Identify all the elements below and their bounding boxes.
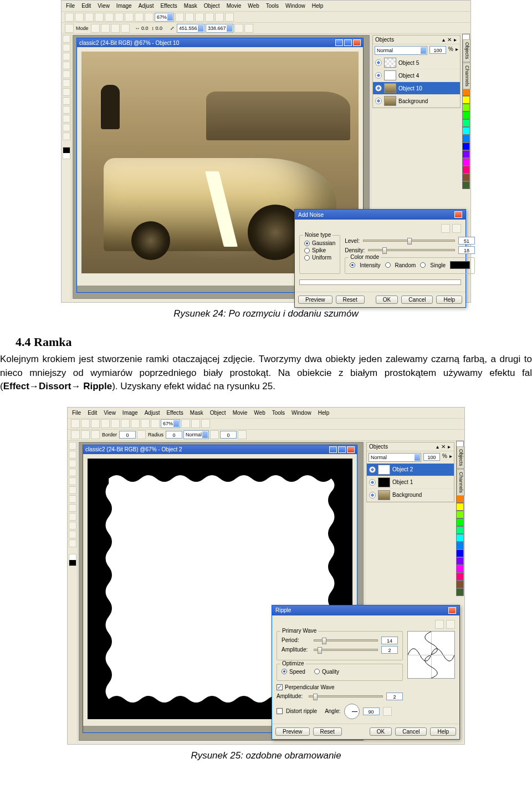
tb-pick-icon[interactable] bbox=[65, 24, 74, 33]
amplitude-slider[interactable] bbox=[314, 649, 378, 651]
tb-copy-icon[interactable] bbox=[121, 419, 130, 428]
menu-file[interactable]: File bbox=[72, 410, 81, 416]
layer-row[interactable]: Object 2 bbox=[367, 464, 454, 476]
opacity-field[interactable]: 100 bbox=[423, 453, 440, 461]
menu-file[interactable]: File bbox=[66, 3, 75, 9]
level-slider[interactable] bbox=[363, 240, 455, 242]
swatch[interactable] bbox=[456, 495, 464, 503]
level-field[interactable]: 51 bbox=[458, 237, 475, 245]
dialog-close-icon[interactable] bbox=[448, 607, 456, 614]
tb-misc2-icon[interactable] bbox=[185, 13, 194, 22]
window-max-icon[interactable] bbox=[338, 446, 346, 453]
tool-eyedrop-icon[interactable] bbox=[63, 70, 70, 78]
tool-crop-icon[interactable] bbox=[63, 53, 70, 60]
size-h[interactable]: 338.667 bbox=[206, 24, 233, 33]
tool-pick-icon[interactable] bbox=[69, 442, 76, 450]
visibility-icon[interactable] bbox=[375, 85, 382, 91]
tb-rounded-icon[interactable] bbox=[137, 430, 146, 439]
swatch[interactable] bbox=[462, 158, 470, 166]
reset-button[interactable]: Reset bbox=[336, 296, 365, 304]
distort-ripple-checkbox[interactable] bbox=[277, 708, 283, 714]
blend-combo[interactable]: Normal bbox=[369, 453, 421, 462]
tb-print-icon[interactable] bbox=[101, 419, 110, 428]
swatch[interactable] bbox=[462, 104, 470, 111]
menu-object[interactable]: Object bbox=[204, 3, 220, 9]
period-slider[interactable] bbox=[314, 639, 378, 642]
panel-close-icon[interactable]: ✕ bbox=[446, 37, 453, 43]
radio-intensity[interactable] bbox=[350, 262, 355, 268]
radio-uniform[interactable] bbox=[304, 255, 310, 261]
swatch[interactable] bbox=[462, 142, 470, 150]
tool-pick-icon[interactable] bbox=[63, 35, 70, 43]
window-min-icon[interactable] bbox=[329, 446, 337, 453]
tb-cut-icon[interactable] bbox=[105, 13, 114, 22]
swatch[interactable] bbox=[462, 166, 470, 174]
tb-extra2-icon[interactable] bbox=[238, 430, 247, 439]
radio-quality[interactable] bbox=[314, 669, 320, 674]
tb-lock-icon[interactable] bbox=[234, 24, 243, 33]
radio-spike[interactable] bbox=[304, 248, 310, 253]
tool-fx-icon[interactable] bbox=[69, 522, 76, 530]
mode-combo[interactable]: Normal bbox=[183, 430, 209, 439]
menu-edit[interactable]: Edit bbox=[88, 410, 97, 416]
menu-view[interactable]: View bbox=[104, 410, 116, 416]
tool-clone-icon[interactable] bbox=[69, 531, 76, 538]
tool-brush-icon[interactable] bbox=[69, 513, 76, 521]
window-close-icon[interactable] bbox=[347, 446, 355, 453]
tool-fgbg-icon[interactable] bbox=[63, 147, 70, 159]
window-max-icon[interactable] bbox=[344, 39, 352, 46]
swatch[interactable] bbox=[462, 88, 470, 96]
tb-open-icon[interactable] bbox=[81, 419, 90, 428]
menu-window[interactable]: Window bbox=[285, 3, 305, 9]
swatch[interactable] bbox=[462, 119, 470, 127]
visibility-icon[interactable] bbox=[369, 492, 376, 498]
tool-zoom-icon[interactable] bbox=[69, 469, 76, 476]
visibility-icon[interactable] bbox=[369, 479, 376, 486]
zoom-combo[interactable]: 67% bbox=[155, 13, 174, 22]
amplitude-field[interactable]: 2 bbox=[381, 646, 398, 654]
layer-row[interactable]: Background bbox=[373, 95, 460, 108]
swatch[interactable] bbox=[462, 174, 470, 181]
menu-effects[interactable]: Effects bbox=[166, 410, 183, 416]
menu-edit[interactable]: Edit bbox=[81, 3, 91, 9]
tb-misc5-icon[interactable] bbox=[215, 13, 224, 22]
radio-random[interactable] bbox=[385, 262, 391, 268]
menu-movie[interactable]: Movie bbox=[233, 410, 248, 416]
angle-dial[interactable] bbox=[344, 704, 360, 719]
reset-button[interactable]: Reset bbox=[313, 727, 342, 736]
menu-mask[interactable]: Mask bbox=[184, 3, 197, 9]
tb-undo-icon[interactable] bbox=[141, 419, 150, 428]
tb-save-icon[interactable] bbox=[91, 419, 100, 428]
layer-row[interactable]: Object 1 bbox=[367, 476, 454, 489]
opacity-menu-icon[interactable]: ▸ bbox=[449, 453, 452, 462]
menu-effects[interactable]: Effects bbox=[160, 3, 177, 9]
docker-tab-channels[interactable]: Channels bbox=[463, 63, 470, 89]
opacity-field[interactable]: 100 bbox=[429, 46, 446, 54]
menu-object[interactable]: Object bbox=[210, 410, 226, 416]
menu-adjust[interactable]: Adjust bbox=[145, 410, 160, 416]
dlg-singleview-icon[interactable] bbox=[441, 224, 450, 233]
menu-view[interactable]: View bbox=[98, 3, 110, 9]
cancel-button[interactable]: Cancel bbox=[395, 727, 427, 736]
swatch[interactable] bbox=[462, 111, 470, 119]
preview-button[interactable]: Preview bbox=[275, 727, 310, 736]
layer-row[interactable]: Object 5 bbox=[373, 57, 460, 69]
swatch[interactable] bbox=[456, 588, 464, 596]
swatch[interactable] bbox=[456, 565, 464, 573]
tool-mask-icon[interactable] bbox=[63, 44, 70, 52]
tool-brush-icon[interactable] bbox=[63, 106, 70, 114]
swatch[interactable] bbox=[456, 549, 464, 557]
tb-mode1-icon[interactable] bbox=[91, 24, 100, 33]
tb-misc2-icon[interactable] bbox=[191, 419, 200, 428]
tool-fgbg-icon[interactable] bbox=[69, 554, 76, 566]
docker-tab-objects[interactable]: Objects bbox=[463, 39, 470, 62]
tb-cut-icon[interactable] bbox=[111, 419, 120, 428]
extra-num[interactable]: 0 bbox=[220, 431, 237, 439]
cancel-button[interactable]: Cancel bbox=[401, 296, 433, 304]
tool-shape-icon[interactable] bbox=[69, 539, 76, 547]
visibility-icon[interactable] bbox=[375, 98, 382, 104]
menu-adjust[interactable]: Adjust bbox=[139, 3, 154, 9]
menu-help[interactable]: Help bbox=[312, 3, 324, 9]
menu-image[interactable]: Image bbox=[116, 3, 132, 9]
menu-mask[interactable]: Mask bbox=[190, 410, 203, 416]
